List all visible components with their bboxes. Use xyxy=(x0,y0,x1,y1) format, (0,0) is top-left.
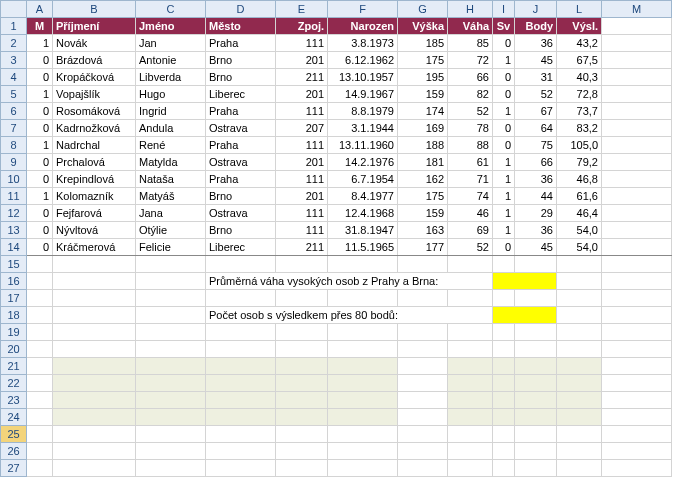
range-cell[interactable] xyxy=(206,392,276,409)
cell[interactable]: 67,5 xyxy=(557,52,602,69)
col-I[interactable]: I xyxy=(493,1,515,18)
cell[interactable] xyxy=(53,426,136,443)
cell[interactable]: 0 xyxy=(27,222,53,239)
cell[interactable]: Praha xyxy=(206,35,276,52)
cell[interactable]: 111 xyxy=(276,171,328,188)
cell[interactable] xyxy=(515,324,557,341)
cell[interactable]: 175 xyxy=(398,188,448,205)
cell[interactable]: Brno xyxy=(206,188,276,205)
cell[interactable] xyxy=(136,341,206,358)
row-1[interactable]: 1 xyxy=(1,18,27,35)
cell[interactable] xyxy=(53,341,136,358)
cell[interactable] xyxy=(398,426,448,443)
range-cell[interactable] xyxy=(557,392,602,409)
cell[interactable]: 163 xyxy=(398,222,448,239)
cell[interactable] xyxy=(602,443,672,460)
range-cell[interactable] xyxy=(136,375,206,392)
cell[interactable]: 74 xyxy=(448,188,493,205)
cell[interactable] xyxy=(515,341,557,358)
cell[interactable] xyxy=(206,426,276,443)
cell-M1[interactable] xyxy=(602,18,672,35)
cell[interactable] xyxy=(602,86,672,103)
label-count[interactable]: Počet osob s výsledkem přes 80 bodů: xyxy=(206,307,493,324)
cell[interactable]: 185 xyxy=(398,35,448,52)
cell[interactable]: 0 xyxy=(493,137,515,154)
cell[interactable] xyxy=(515,443,557,460)
range-cell[interactable] xyxy=(328,375,398,392)
row-20[interactable]: 20 xyxy=(1,341,27,358)
cell[interactable] xyxy=(206,341,276,358)
cell[interactable] xyxy=(448,341,493,358)
cell[interactable]: 0 xyxy=(27,154,53,171)
range-cell[interactable] xyxy=(276,409,328,426)
cell[interactable] xyxy=(493,460,515,477)
cell[interactable]: 75 xyxy=(515,137,557,154)
cell[interactable] xyxy=(27,341,53,358)
cell[interactable]: Rosomáková xyxy=(53,103,136,120)
cell[interactable] xyxy=(602,426,672,443)
cell[interactable] xyxy=(276,341,328,358)
cell[interactable] xyxy=(515,290,557,307)
cell[interactable]: 3.8.1973 xyxy=(328,35,398,52)
range-cell[interactable] xyxy=(493,358,515,375)
cell[interactable] xyxy=(206,256,276,273)
cell[interactable]: Praha xyxy=(206,103,276,120)
range-cell[interactable] xyxy=(557,358,602,375)
cell[interactable]: 1 xyxy=(27,86,53,103)
cell[interactable] xyxy=(328,324,398,341)
row-17[interactable]: 17 xyxy=(1,290,27,307)
cell[interactable] xyxy=(398,256,448,273)
range-cell[interactable] xyxy=(206,358,276,375)
cell[interactable] xyxy=(276,256,328,273)
result-count[interactable] xyxy=(493,307,557,324)
cell[interactable]: 0 xyxy=(493,86,515,103)
cell[interactable] xyxy=(328,460,398,477)
cell[interactable]: Prchalová xyxy=(53,154,136,171)
cell[interactable] xyxy=(27,324,53,341)
cell[interactable] xyxy=(27,443,53,460)
cell[interactable] xyxy=(27,290,53,307)
range-cell[interactable] xyxy=(136,392,206,409)
row-2[interactable]: 2 xyxy=(1,35,27,52)
range-cell[interactable] xyxy=(53,358,136,375)
range-cell[interactable] xyxy=(515,358,557,375)
cell[interactable] xyxy=(276,290,328,307)
row-6[interactable]: 6 xyxy=(1,103,27,120)
cell[interactable] xyxy=(557,290,602,307)
cell[interactable]: Ostrava xyxy=(206,205,276,222)
cell[interactable]: 61 xyxy=(448,154,493,171)
range-cell[interactable] xyxy=(515,409,557,426)
cell[interactable]: René xyxy=(136,137,206,154)
cell[interactable] xyxy=(493,341,515,358)
range-cell[interactable] xyxy=(328,409,398,426)
cell[interactable]: Jana xyxy=(136,205,206,222)
cell[interactable] xyxy=(602,239,672,256)
cell[interactable]: Nataša xyxy=(136,171,206,188)
cell[interactable] xyxy=(53,290,136,307)
cell[interactable] xyxy=(602,137,672,154)
cell[interactable]: 88 xyxy=(448,137,493,154)
cell[interactable] xyxy=(515,426,557,443)
row-5[interactable]: 5 xyxy=(1,86,27,103)
col-C[interactable]: C xyxy=(136,1,206,18)
cell[interactable] xyxy=(398,324,448,341)
range-cell[interactable] xyxy=(557,409,602,426)
row-13[interactable]: 13 xyxy=(1,222,27,239)
row-10[interactable]: 10 xyxy=(1,171,27,188)
cell[interactable] xyxy=(398,341,448,358)
cell[interactable]: 14.9.1967 xyxy=(328,86,398,103)
cell[interactable]: Ostrava xyxy=(206,154,276,171)
cell[interactable] xyxy=(493,290,515,307)
cell[interactable]: 1 xyxy=(493,154,515,171)
cell[interactable]: 71 xyxy=(448,171,493,188)
cell[interactable] xyxy=(557,443,602,460)
row-4[interactable]: 4 xyxy=(1,69,27,86)
cell[interactable] xyxy=(328,256,398,273)
cell[interactable] xyxy=(602,120,672,137)
cell[interactable]: 66 xyxy=(448,69,493,86)
cell[interactable]: 79,2 xyxy=(557,154,602,171)
cell[interactable]: 201 xyxy=(276,86,328,103)
cell[interactable]: 195 xyxy=(398,69,448,86)
cell[interactable]: 13.11.1960 xyxy=(328,137,398,154)
cell[interactable]: 1 xyxy=(493,205,515,222)
